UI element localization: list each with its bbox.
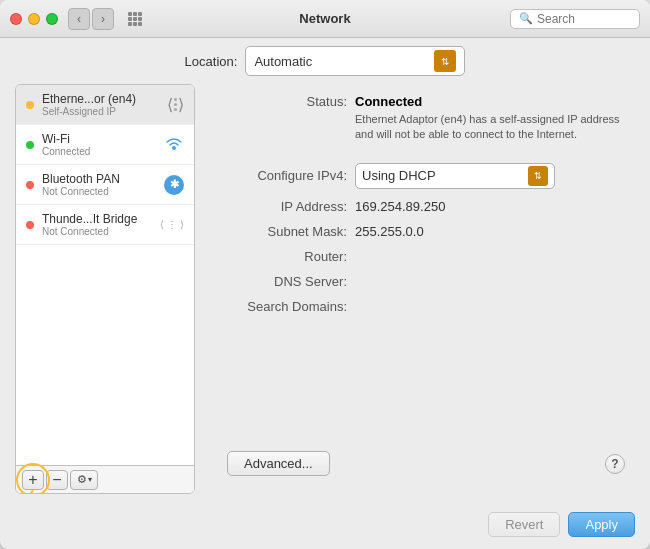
status-dot-wifi: [26, 141, 34, 149]
main-content: Etherne...or (en4) Self-Assigned IP ⟨⟩ W…: [0, 84, 650, 504]
add-network-button[interactable]: +: [22, 470, 44, 490]
help-button[interactable]: ?: [605, 454, 625, 474]
status-row: Status: Connected Ethernet Adaptor (en4)…: [227, 94, 625, 143]
network-info-bluetooth: Bluetooth PAN Not Connected: [42, 172, 160, 197]
forward-button[interactable]: ›: [92, 8, 114, 30]
titlebar: ‹ › Network 🔍: [0, 0, 650, 38]
status-description: Ethernet Adaptor (en4) has a self-assign…: [355, 112, 625, 143]
plus-icon: +: [28, 471, 37, 489]
ip-label: IP Address:: [227, 199, 347, 214]
sidebar-toolbar: + − ⚙ ▾: [16, 465, 194, 493]
search-icon: 🔍: [519, 12, 533, 25]
arrows-icon-ethernet: ⟨⟩: [167, 95, 184, 114]
network-window: ‹ › Network 🔍 Location: Automatic ⇅: [0, 0, 650, 549]
location-bar: Location: Automatic ⇅: [0, 38, 650, 84]
network-name-thunderbolt: Thunde...It Bridge: [42, 212, 156, 226]
grid-icon: [128, 12, 142, 26]
network-info-thunderbolt: Thunde...It Bridge Not Connected: [42, 212, 156, 237]
location-value: Automatic: [254, 54, 312, 69]
maximize-button[interactable]: [46, 13, 58, 25]
network-info-wifi: Wi-Fi Connected: [42, 132, 160, 157]
bottom-area: Revert Apply: [0, 504, 650, 549]
apply-button[interactable]: Apply: [568, 512, 635, 537]
network-status-thunderbolt: Not Connected: [42, 226, 156, 237]
detail-content: Status: Connected Ethernet Adaptor (en4)…: [207, 84, 635, 494]
remove-network-button[interactable]: −: [46, 470, 68, 490]
configure-label: Configure IPv4:: [227, 168, 347, 183]
gear-icon: ⚙: [77, 473, 87, 486]
status-block: Connected Ethernet Adaptor (en4) has a s…: [355, 94, 625, 143]
detail-panel: Status: Connected Ethernet Adaptor (en4)…: [207, 84, 635, 494]
configure-row: Configure IPv4: Using DHCP ⇅: [227, 163, 625, 189]
location-label: Location:: [185, 54, 238, 69]
configure-value: Using DHCP: [362, 168, 436, 183]
gear-button[interactable]: ⚙ ▾: [70, 470, 98, 490]
network-name-wifi: Wi-Fi: [42, 132, 160, 146]
minus-icon: −: [52, 471, 61, 489]
network-status-ethernet: Self-Assigned IP: [42, 106, 163, 117]
bluetooth-icon: ✱: [164, 175, 184, 195]
status-label: Status:: [227, 94, 347, 109]
bluetooth-symbol: ✱: [164, 175, 184, 195]
subnet-label: Subnet Mask:: [227, 224, 347, 239]
back-button[interactable]: ‹: [68, 8, 90, 30]
configure-ipv4-select[interactable]: Using DHCP ⇅: [355, 163, 555, 189]
network-name-bluetooth: Bluetooth PAN: [42, 172, 160, 186]
subnet-row: Subnet Mask: 255.255.0.0: [227, 224, 625, 239]
search-box[interactable]: 🔍: [510, 9, 640, 29]
subnet-value: 255.255.0.0: [355, 224, 424, 239]
status-dot-ethernet: [26, 101, 34, 109]
minimize-button[interactable]: [28, 13, 40, 25]
domains-label: Search Domains:: [227, 299, 347, 314]
dns-label: DNS Server:: [227, 274, 347, 289]
wifi-icon: [164, 135, 184, 154]
configure-arrow-icon: ⇅: [528, 166, 548, 186]
sidebar: Etherne...or (en4) Self-Assigned IP ⟨⟩ W…: [15, 84, 195, 494]
network-item-thunderbolt[interactable]: Thunde...It Bridge Not Connected ⟨ ⋮ ⟩: [16, 205, 194, 245]
ip-row: IP Address: 169.254.89.250: [227, 199, 625, 214]
location-arrow-icon: ⇅: [434, 50, 456, 72]
search-input[interactable]: [537, 12, 631, 26]
network-name-ethernet: Etherne...or (en4): [42, 92, 163, 106]
grid-button[interactable]: [124, 8, 146, 30]
status-dot-bluetooth: [26, 181, 34, 189]
network-info-ethernet: Etherne...or (en4) Self-Assigned IP: [42, 92, 163, 117]
domains-row: Search Domains:: [227, 299, 625, 314]
gear-chevron-icon: ▾: [88, 475, 92, 484]
advanced-button[interactable]: Advanced...: [227, 451, 330, 476]
highlight-line: [21, 489, 34, 494]
dns-row: DNS Server:: [227, 274, 625, 289]
router-row: Router:: [227, 249, 625, 264]
add-button-container: +: [22, 470, 44, 490]
status-dot-thunderbolt: [26, 221, 34, 229]
location-select[interactable]: Automatic ⇅: [245, 46, 465, 76]
network-item-bluetooth[interactable]: Bluetooth PAN Not Connected ✱: [16, 165, 194, 205]
ip-value: 169.254.89.250: [355, 199, 445, 214]
network-item-wifi[interactable]: Wi-Fi Connected: [16, 125, 194, 165]
traffic-lights: [10, 13, 58, 25]
arrows-icon-thunderbolt: ⟨ ⋮ ⟩: [160, 219, 184, 230]
window-title: Network: [299, 11, 350, 26]
revert-button[interactable]: Revert: [488, 512, 560, 537]
status-value: Connected: [355, 94, 625, 109]
close-button[interactable]: [10, 13, 22, 25]
network-list: Etherne...or (en4) Self-Assigned IP ⟨⟩ W…: [16, 85, 194, 465]
network-status-bluetooth: Not Connected: [42, 186, 160, 197]
nav-buttons: ‹ ›: [68, 8, 114, 30]
router-label: Router:: [227, 249, 347, 264]
svg-point-0: [172, 146, 176, 150]
network-status-wifi: Connected: [42, 146, 160, 157]
network-item-ethernet[interactable]: Etherne...or (en4) Self-Assigned IP ⟨⟩: [16, 85, 194, 125]
